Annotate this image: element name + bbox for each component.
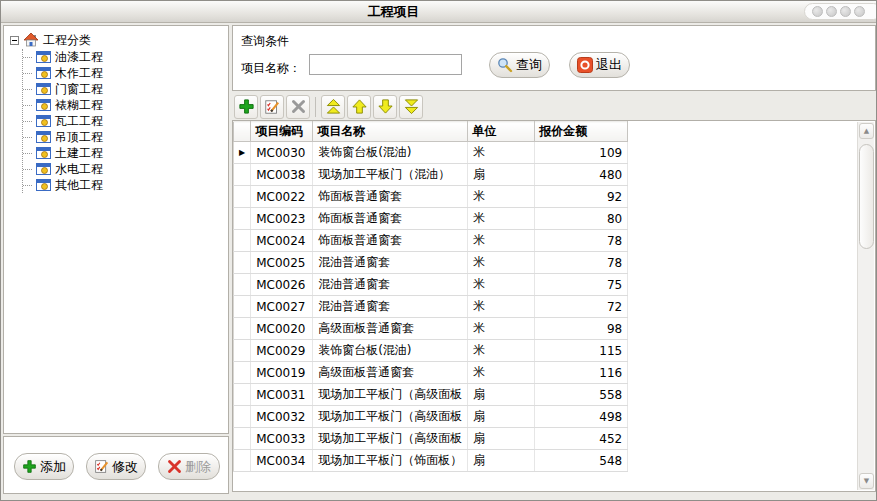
cell-unit[interactable]: 米	[468, 142, 535, 164]
row-selector[interactable]	[234, 450, 251, 472]
table-row[interactable]: ▶MC0030装饰窗台板(混油)米109	[234, 142, 628, 164]
scroll-up-icon[interactable]: ▲	[859, 123, 874, 139]
tree-item[interactable]: 木作工程	[23, 65, 228, 81]
column-header-unit[interactable]: 单位	[468, 122, 535, 142]
cell-name[interactable]: 装饰窗台板(混油)	[313, 142, 468, 164]
cell-price[interactable]: 72	[535, 296, 628, 318]
cell-name[interactable]: 高级面板普通窗套	[313, 362, 468, 384]
row-selector[interactable]	[234, 384, 251, 406]
cell-unit[interactable]: 扇	[468, 406, 535, 428]
cell-price[interactable]: 548	[535, 450, 628, 472]
cell-code[interactable]: MC0027	[251, 296, 313, 318]
table-row[interactable]: MC0022饰面板普通窗套米92	[234, 186, 628, 208]
cell-code[interactable]: MC0024	[251, 230, 313, 252]
tree-item[interactable]: 油漆工程	[23, 49, 228, 65]
cell-price[interactable]: 98	[535, 318, 628, 340]
cell-unit[interactable]: 米	[468, 208, 535, 230]
cell-name[interactable]: 现场加工平板门（高级面板	[313, 428, 468, 450]
table-row[interactable]: MC0023饰面板普通窗套米80	[234, 208, 628, 230]
tree-item[interactable]: 裱糊工程	[23, 97, 228, 113]
cell-code[interactable]: MC0026	[251, 274, 313, 296]
cell-price[interactable]: 109	[535, 142, 628, 164]
cell-code[interactable]: MC0034	[251, 450, 313, 472]
cell-price[interactable]: 75	[535, 274, 628, 296]
table-row[interactable]: MC0020高级面板普通窗套米98	[234, 318, 628, 340]
cell-unit[interactable]: 扇	[468, 450, 535, 472]
cell-name[interactable]: 高级面板普通窗套	[313, 318, 468, 340]
cell-unit[interactable]: 米	[468, 362, 535, 384]
project-name-input[interactable]	[309, 54, 462, 75]
cell-name[interactable]: 混油普通窗套	[313, 274, 468, 296]
cell-name[interactable]: 混油普通窗套	[313, 296, 468, 318]
tree-item[interactable]: 瓦工工程	[23, 113, 228, 129]
toolbar-add-button[interactable]	[234, 95, 258, 119]
move-down-button[interactable]	[373, 95, 397, 119]
cell-price[interactable]: 78	[535, 252, 628, 274]
toolbar-delete-button[interactable]	[286, 95, 310, 119]
scroll-down-icon[interactable]: ▼	[859, 473, 874, 489]
cell-code[interactable]: MC0031	[251, 384, 313, 406]
cell-code[interactable]: MC0020	[251, 318, 313, 340]
cell-code[interactable]: MC0033	[251, 428, 313, 450]
table-row[interactable]: MC0038现场加工平板门（混油）扇480	[234, 164, 628, 186]
row-selector[interactable]: ▶	[234, 142, 251, 164]
move-up-button[interactable]	[347, 95, 371, 119]
row-selector[interactable]	[234, 208, 251, 230]
cell-name[interactable]: 饰面板普通窗套	[313, 186, 468, 208]
column-header-price[interactable]: 报价金额	[535, 122, 628, 142]
cell-name[interactable]: 饰面板普通窗套	[313, 230, 468, 252]
cell-name[interactable]: 现场加工平板门（饰面板）	[313, 450, 468, 472]
table-row[interactable]: MC0032现场加工平板门（高级面板扇498	[234, 406, 628, 428]
column-header-name[interactable]: 项目名称	[313, 122, 468, 142]
cell-unit[interactable]: 米	[468, 186, 535, 208]
table-row[interactable]: MC0024饰面板普通窗套米78	[234, 230, 628, 252]
row-selector[interactable]	[234, 186, 251, 208]
cell-price[interactable]: 115	[535, 340, 628, 362]
cell-unit[interactable]: 扇	[468, 164, 535, 186]
edit-button[interactable]: 修改	[86, 453, 146, 480]
cell-code[interactable]: MC0023	[251, 208, 313, 230]
cell-price[interactable]: 558	[535, 384, 628, 406]
tree-item[interactable]: 水电工程	[23, 161, 228, 177]
cell-name[interactable]: 混油普通窗套	[313, 252, 468, 274]
row-selector[interactable]	[234, 164, 251, 186]
cell-price[interactable]: 116	[535, 362, 628, 384]
tree-item[interactable]: 吊顶工程	[23, 129, 228, 145]
window-control-icon[interactable]	[812, 6, 823, 17]
cell-name[interactable]: 现场加工平板门（混油）	[313, 164, 468, 186]
cell-code[interactable]: MC0025	[251, 252, 313, 274]
tree-item[interactable]: 门窗工程	[23, 81, 228, 97]
cell-price[interactable]: 452	[535, 428, 628, 450]
window-control-icon[interactable]	[826, 6, 837, 17]
row-selector[interactable]	[234, 362, 251, 384]
cell-unit[interactable]: 扇	[468, 428, 535, 450]
row-selector[interactable]	[234, 230, 251, 252]
cell-code[interactable]: MC0029	[251, 340, 313, 362]
table-row[interactable]: MC0034现场加工平板门（饰面板）扇548	[234, 450, 628, 472]
table-row[interactable]: MC0029装饰窗台板(混油)米115	[234, 340, 628, 362]
cell-code[interactable]: MC0019	[251, 362, 313, 384]
tree-root[interactable]: 工程分类	[10, 32, 228, 49]
cell-price[interactable]: 92	[535, 186, 628, 208]
cell-unit[interactable]: 扇	[468, 384, 535, 406]
row-selector[interactable]	[234, 318, 251, 340]
cell-code[interactable]: MC0030	[251, 142, 313, 164]
cell-code[interactable]: MC0038	[251, 164, 313, 186]
tree-item[interactable]: 其他工程	[23, 177, 228, 193]
table-row[interactable]: MC0026混油普通窗套米75	[234, 274, 628, 296]
table-row[interactable]: MC0033现场加工平板门（高级面板扇452	[234, 428, 628, 450]
cell-name[interactable]: 装饰窗台板(混油)	[313, 340, 468, 362]
add-button[interactable]: 添加	[14, 453, 74, 480]
delete-button[interactable]: 删除	[158, 453, 220, 480]
cell-price[interactable]: 80	[535, 208, 628, 230]
table-row[interactable]: MC0027混油普通窗套米72	[234, 296, 628, 318]
row-selector[interactable]	[234, 274, 251, 296]
cell-price[interactable]: 498	[535, 406, 628, 428]
table-row[interactable]: MC0019高级面板普通窗套米116	[234, 362, 628, 384]
cell-unit[interactable]: 米	[468, 274, 535, 296]
search-button[interactable]: 查询	[489, 52, 550, 78]
cell-unit[interactable]: 米	[468, 340, 535, 362]
cell-unit[interactable]: 米	[468, 252, 535, 274]
row-selector[interactable]	[234, 296, 251, 318]
cell-unit[interactable]: 米	[468, 318, 535, 340]
